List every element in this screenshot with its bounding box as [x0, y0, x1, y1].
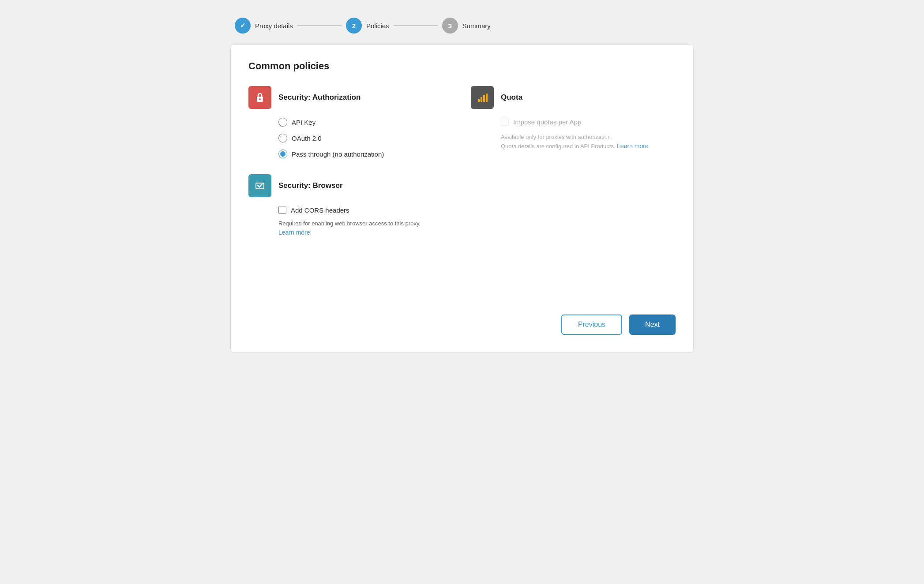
security-browser-header: Security: Browser	[248, 174, 453, 197]
oauth-label: OAuth 2.0	[292, 135, 322, 142]
step-policies: 2 Policies	[346, 18, 389, 34]
security-auth-section: Security: Authorization API Key OAuth 2.…	[248, 86, 453, 158]
svg-rect-5	[483, 95, 485, 102]
step-proxy-details: ✓ Proxy details	[235, 18, 293, 34]
quota-title: Quota	[501, 93, 522, 102]
next-button[interactable]: Next	[629, 314, 676, 335]
step-label-proxy-details: Proxy details	[255, 22, 293, 30]
stepper: ✓ Proxy details 2 Policies 3 Summary	[230, 9, 694, 44]
auth-radio-group: API Key OAuth 2.0 Pass through (no autho…	[248, 118, 453, 158]
quota-checkbox-wrapper: Impose quotas per App	[471, 118, 676, 129]
quota-learn-more-link[interactable]: Learn more	[617, 142, 649, 150]
step-circle-summary: 3	[442, 18, 458, 34]
svg-point-1	[259, 98, 261, 100]
quota-checkbox-option[interactable]: Impose quotas per App	[501, 118, 676, 126]
card-title: Common policies	[248, 60, 676, 72]
pass-through-option[interactable]: Pass through (no authorization)	[278, 150, 453, 158]
step-circle-proxy-details: ✓	[235, 18, 251, 34]
step-connector-2	[394, 25, 438, 26]
security-auth-header: Security: Authorization	[248, 86, 453, 109]
previous-button[interactable]: Previous	[561, 314, 622, 335]
step-number-policies: 2	[352, 22, 356, 30]
oauth-radio[interactable]	[278, 134, 287, 142]
quota-icon	[471, 86, 494, 109]
step-label-policies: Policies	[366, 22, 389, 30]
api-key-option[interactable]: API Key	[278, 118, 453, 127]
cors-checkbox-group: Add CORS headers	[248, 206, 453, 217]
pass-through-label: Pass through (no authorization)	[292, 150, 384, 158]
cors-label: Add CORS headers	[291, 206, 349, 214]
security-auth-title: Security: Authorization	[278, 93, 361, 102]
security-browser-icon	[248, 174, 271, 197]
quota-section: Quota Impose quotas per App Available on…	[471, 86, 676, 151]
oauth-option[interactable]: OAuth 2.0	[278, 134, 453, 142]
left-column: Security: Authorization API Key OAuth 2.…	[248, 86, 453, 297]
cors-learn-more-link[interactable]: Learn more	[278, 229, 310, 236]
security-browser-section: Security: Browser Add CORS headers Requi…	[248, 174, 453, 237]
pass-through-radio[interactable]	[278, 150, 287, 158]
svg-rect-4	[481, 97, 482, 102]
api-key-label: API Key	[292, 119, 316, 126]
security-browser-title: Security: Browser	[278, 181, 343, 190]
api-key-radio[interactable]	[278, 118, 287, 127]
step-number-summary: 3	[448, 22, 451, 30]
main-card: Common policies Security: Autho	[230, 44, 694, 353]
bottom-row: Previous Next	[248, 314, 676, 335]
step-connector-1	[297, 25, 342, 26]
right-column: Quota Impose quotas per App Available on…	[471, 86, 676, 297]
policies-grid: Security: Authorization API Key OAuth 2.…	[248, 86, 676, 297]
step-circle-policies: 2	[346, 18, 362, 34]
cors-checkbox[interactable]	[278, 206, 286, 214]
checkmark-icon: ✓	[240, 22, 246, 30]
step-label-summary: Summary	[462, 22, 491, 30]
quota-header: Quota	[471, 86, 676, 109]
security-auth-icon	[248, 86, 271, 109]
cors-option[interactable]: Add CORS headers	[278, 206, 453, 214]
cors-description: Required for enabling web browser access…	[248, 219, 453, 237]
svg-rect-6	[486, 94, 488, 102]
quota-description: Available only for proxies with authoriz…	[471, 133, 676, 151]
step-summary: 3 Summary	[442, 18, 491, 34]
quota-checkbox-label: Impose quotas per App	[513, 118, 581, 126]
svg-rect-3	[478, 99, 480, 102]
quota-checkbox[interactable]	[501, 118, 509, 126]
